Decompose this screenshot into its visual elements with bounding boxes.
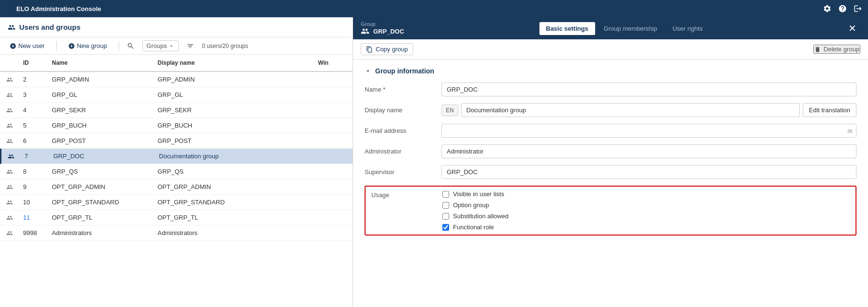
col-id[interactable]: ID [19,58,48,68]
group-name-text: GRP_DOC [373,28,404,35]
new-user-label: New user [18,42,45,49]
group-name-display: GRP_DOC [361,27,404,35]
row-icon [1,149,21,164]
group-breadcrumb: Group [361,21,404,27]
filter-icon[interactable] [186,42,194,50]
cell-name: OPT_GRP_ADMIN [48,179,154,194]
cell-win [314,229,353,237]
table-row[interactable]: 3 GRP_GL GRP_GL [0,87,353,103]
right-top-bar: Group GRP_DOC Basic settingsGroup member… [353,17,868,39]
cell-id: 9998 [19,225,48,240]
supervisor-row: Supervisor [365,165,856,179]
groups-dropdown[interactable]: Groups [142,40,179,51]
cell-win [314,183,353,191]
supervisor-label: Supervisor [365,168,441,176]
left-header: Users and groups [0,17,353,37]
row-icon [0,134,19,148]
row-icon [0,226,19,240]
administrator-input[interactable] [441,144,856,158]
cell-id: 7 [21,149,49,164]
cell-display-name: OPT_GRP_ADMIN [154,179,314,194]
cell-display-name: GRP_POST [154,133,314,148]
table-row[interactable]: 9998 Administrators Administrators [0,225,353,241]
name-input[interactable] [441,83,856,96]
checkbox-label-3: Functional role [453,224,494,231]
checkbox-1[interactable] [442,202,449,209]
logout-icon[interactable] [854,4,862,13]
checkbox-row-3: Functional role [442,224,509,231]
help-icon[interactable] [838,4,847,13]
display-name-field: EN Edit translation [441,103,856,117]
email-label: E-mail address [365,127,441,134]
email-field-wrap: ✉ [441,124,856,138]
cell-win [314,122,353,130]
usage-label: Usage [371,190,442,199]
copy-group-button[interactable]: Copy group [361,43,413,55]
table-row[interactable]: 10 OPT_GRP_STANDARD OPT_GRP_STANDARD [0,195,353,210]
table-row[interactable]: 6 GRP_POST GRP_POST [0,133,353,149]
checkbox-row-0: Visible in user lists [442,190,509,198]
name-label: Name * [365,86,441,93]
table-row[interactable]: 5 GRP_BUCH GRP_BUCH [0,118,353,133]
cell-name: OPT_GRP_STANDARD [48,195,154,210]
cell-display-name: GRP_ADMIN [154,72,314,87]
table-row[interactable]: 9 OPT_GRP_ADMIN OPT_GRP_ADMIN [0,179,353,195]
table-row[interactable]: 11 OPT_GRP_TL OPT_GRP_TL [0,210,353,225]
row-icon [0,180,19,194]
section-header[interactable]: Group information [365,67,856,75]
delete-group-button[interactable]: Delete group [813,45,860,54]
table-row[interactable]: 7 GRP_DOC Documentation group [0,149,353,164]
checkbox-label-1: Option group [453,201,489,209]
new-user-button[interactable]: New user [6,40,49,51]
tab-user-rights[interactable]: User rights [666,22,709,35]
copy-group-label: Copy group [376,46,408,53]
cell-id: 10 [19,195,48,210]
table-row[interactable]: 2 GRP_ADMIN GRP_ADMIN [0,72,353,87]
cell-name: GRP_QS [48,164,154,179]
supervisor-input[interactable] [441,165,856,179]
toolbar: New user New group Groups 0 users/20 gro… [0,37,353,55]
delete-group-label: Delete group [824,46,859,53]
row-icon [0,88,19,102]
form-content: Group information Name * Display name EN… [353,59,868,307]
table-row[interactable]: 8 GRP_QS GRP_QS [0,164,353,179]
display-name-input[interactable] [461,103,800,117]
usage-row: Usage Visible in user listsOption groupS… [365,186,856,236]
email-input[interactable] [441,124,856,138]
search-icon[interactable] [127,42,134,50]
col-display-name[interactable]: Display name [154,58,314,68]
toolbar-separator [56,41,57,51]
cell-id: 8 [19,164,48,179]
col-win[interactable]: Win [314,58,353,68]
administrator-row: Administrator [365,144,856,158]
cell-display-name: OPT_GRP_TL [154,210,314,225]
top-bar-left: ELO Administration Console [6,5,110,12]
row-icon [0,195,19,210]
tab-group-membership[interactable]: Group membership [597,22,664,35]
checkbox-2[interactable] [442,213,449,220]
close-button[interactable]: ✕ [844,23,860,34]
col-name[interactable]: Name [48,58,154,68]
new-group-button[interactable]: New group [64,40,111,51]
cell-name: GRP_BUCH [48,118,154,133]
left-panel: Users and groups New user New group Grou… [0,17,353,307]
tab-basic-settings[interactable]: Basic settings [539,22,595,35]
checkbox-0[interactable] [442,191,449,198]
checkbox-3[interactable] [442,224,449,231]
checkbox-label-2: Substitution allowed [453,213,509,220]
col-icon [0,58,19,68]
table-row[interactable]: 4 GRP_SEKR GRP_SEKR [0,103,353,118]
cell-win [314,76,353,83]
row-icon [0,211,19,225]
cell-display-name: GRP_SEKR [154,103,314,118]
cell-name: GRP_SEKR [48,103,154,118]
menu-icon[interactable] [6,6,12,11]
cell-id: 5 [19,118,48,133]
cell-name: GRP_DOC [49,149,155,164]
checkbox-row-2: Substitution allowed [442,213,509,220]
settings-icon[interactable] [823,4,831,13]
cell-display-name: Administrators [154,225,314,240]
edit-translation-button[interactable]: Edit translation [803,103,856,117]
cell-id: 3 [19,87,48,102]
delete-icon [814,46,821,53]
